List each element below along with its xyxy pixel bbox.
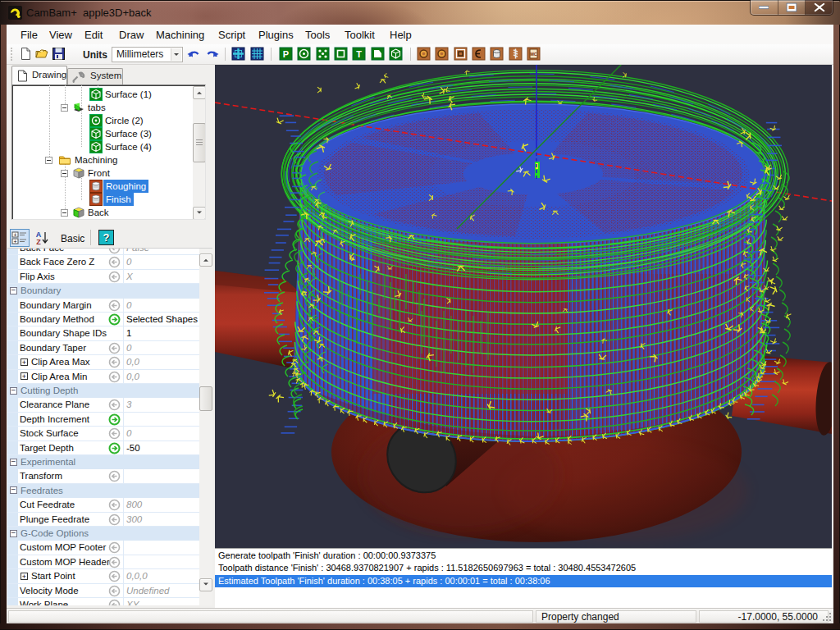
svg-text:T: T xyxy=(356,49,362,59)
svg-text:Z: Z xyxy=(36,238,41,246)
svg-text:+: + xyxy=(13,232,16,238)
svg-text:+: + xyxy=(13,239,16,244)
svg-text:MC: MC xyxy=(530,52,537,57)
svg-text:P: P xyxy=(283,49,289,59)
